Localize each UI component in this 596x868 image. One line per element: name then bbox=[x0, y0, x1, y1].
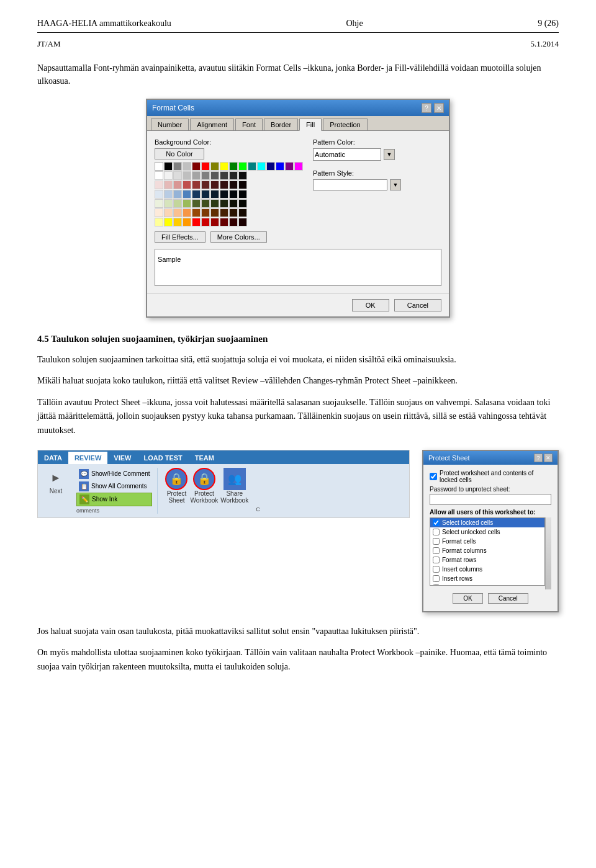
color-cell[interactable] bbox=[266, 162, 275, 171]
no-color-button[interactable]: No Color bbox=[155, 148, 204, 159]
ps-close-icon[interactable]: ✕ bbox=[544, 454, 553, 462]
color-cell[interactable] bbox=[173, 171, 182, 180]
ps-help-icon[interactable]: ? bbox=[534, 454, 543, 462]
list-item-format-cells[interactable]: Format cells bbox=[430, 537, 544, 546]
pattern-color-arrow[interactable]: ▼ bbox=[384, 149, 395, 160]
color-cell[interactable] bbox=[210, 171, 219, 180]
color-cell[interactable] bbox=[164, 218, 173, 226]
list-item-format-columns[interactable]: Format columns bbox=[430, 546, 544, 555]
next-label[interactable]: Next bbox=[50, 488, 63, 494]
color-cell[interactable] bbox=[183, 181, 191, 189]
color-cell[interactable] bbox=[238, 181, 247, 189]
ok-button[interactable]: OK bbox=[352, 299, 389, 311]
color-cell[interactable] bbox=[192, 208, 201, 217]
color-cell[interactable] bbox=[155, 218, 163, 226]
color-cell[interactable] bbox=[210, 190, 219, 199]
share-workbook-icon[interactable]: 👥 bbox=[224, 468, 246, 490]
color-cell[interactable] bbox=[201, 218, 210, 226]
color-cell[interactable] bbox=[183, 162, 191, 171]
ribbon-tab-team[interactable]: TEAM bbox=[189, 452, 220, 464]
show-hide-comment-btn[interactable]: 💬 Show/Hide Comment bbox=[76, 468, 152, 480]
color-cell[interactable] bbox=[155, 162, 163, 171]
ribbon-tab-view[interactable]: VIEW bbox=[107, 452, 137, 464]
pattern-color-input[interactable] bbox=[313, 148, 381, 161]
color-cell[interactable] bbox=[192, 181, 201, 189]
show-ink-btn[interactable]: ✏️ Show Ink bbox=[76, 493, 152, 506]
color-cell[interactable] bbox=[164, 190, 173, 199]
color-cell[interactable] bbox=[155, 181, 163, 189]
cancel-button[interactable]: Cancel bbox=[394, 299, 441, 311]
color-cell[interactable] bbox=[183, 190, 191, 199]
color-cell[interactable] bbox=[257, 162, 266, 171]
color-cell[interactable] bbox=[201, 171, 210, 180]
color-cell[interactable] bbox=[155, 190, 163, 199]
color-cell[interactable] bbox=[210, 199, 219, 208]
protect-workbook-icon[interactable]: 🔒 bbox=[193, 468, 215, 490]
color-cell[interactable] bbox=[201, 199, 210, 208]
color-cell[interactable] bbox=[229, 181, 238, 189]
color-cell[interactable] bbox=[183, 208, 191, 217]
color-cell[interactable] bbox=[238, 199, 247, 208]
protect-worksheet-checkbox[interactable] bbox=[430, 473, 437, 480]
help-icon[interactable]: ? bbox=[422, 103, 431, 113]
color-cell[interactable] bbox=[294, 162, 303, 171]
list-item-insert-rows[interactable]: Insert rows bbox=[430, 574, 544, 583]
protect-sheet-label[interactable]: ProtectSheet bbox=[167, 490, 187, 504]
color-cell[interactable] bbox=[229, 162, 238, 171]
color-cell[interactable] bbox=[155, 171, 163, 180]
tab-fill[interactable]: Fill bbox=[299, 119, 322, 131]
color-cell[interactable] bbox=[173, 162, 182, 171]
color-cell[interactable] bbox=[173, 208, 182, 217]
tab-number[interactable]: Number bbox=[151, 119, 189, 130]
color-cell[interactable] bbox=[220, 171, 228, 180]
color-cell[interactable] bbox=[192, 218, 201, 226]
color-cell[interactable] bbox=[229, 171, 238, 180]
tab-font[interactable]: Font bbox=[235, 119, 263, 130]
color-cell[interactable] bbox=[155, 199, 163, 208]
color-cell[interactable] bbox=[229, 190, 238, 199]
list-item-insert-hyperlinks[interactable]: Insert hyperlinks bbox=[430, 583, 544, 586]
ps-cancel-button[interactable]: Cancel bbox=[488, 593, 528, 604]
color-cell[interactable] bbox=[164, 199, 173, 208]
share-workbook-label[interactable]: ShareWorkbook bbox=[220, 490, 248, 504]
color-cell[interactable] bbox=[173, 181, 182, 189]
color-cell[interactable] bbox=[210, 181, 219, 189]
color-cell[interactable] bbox=[173, 199, 182, 208]
ps-scrollbar[interactable] bbox=[545, 517, 551, 589]
color-cell[interactable] bbox=[238, 218, 247, 226]
color-cell[interactable] bbox=[210, 162, 219, 171]
ribbon-tab-data[interactable]: DATA bbox=[38, 452, 68, 464]
list-item-format-rows[interactable]: Format rows bbox=[430, 555, 544, 565]
color-cell[interactable] bbox=[201, 162, 210, 171]
color-cell[interactable] bbox=[201, 190, 210, 199]
close-icon[interactable]: ✕ bbox=[434, 103, 444, 113]
color-cell[interactable] bbox=[238, 162, 247, 171]
ribbon-tab-load-test[interactable]: LOAD TEST bbox=[137, 452, 188, 464]
list-item-select-locked[interactable]: Select locked cells bbox=[430, 518, 544, 527]
color-cell[interactable] bbox=[248, 162, 256, 171]
tab-alignment[interactable]: Alignment bbox=[190, 119, 234, 130]
color-cell[interactable] bbox=[173, 190, 182, 199]
color-cell[interactable] bbox=[192, 190, 201, 199]
color-cell[interactable] bbox=[229, 208, 238, 217]
tab-protection[interactable]: Protection bbox=[323, 119, 368, 130]
color-cell[interactable] bbox=[229, 199, 238, 208]
ps-ok-button[interactable]: OK bbox=[453, 593, 482, 604]
color-cell[interactable] bbox=[210, 218, 219, 226]
color-cell[interactable] bbox=[210, 208, 219, 217]
ribbon-tab-review[interactable]: REVIEW bbox=[68, 452, 107, 464]
color-cell[interactable] bbox=[220, 208, 228, 217]
fill-effects-button[interactable]: Fill Effects... bbox=[155, 231, 205, 243]
color-cell[interactable] bbox=[164, 171, 173, 180]
color-cell[interactable] bbox=[220, 162, 228, 171]
color-cell[interactable] bbox=[220, 199, 228, 208]
color-cell[interactable] bbox=[183, 171, 191, 180]
protect-workbook-label[interactable]: ProtectWorkbook bbox=[190, 490, 218, 504]
color-cell[interactable] bbox=[164, 162, 173, 171]
color-cell[interactable] bbox=[220, 181, 228, 189]
pattern-style-arrow[interactable]: ▼ bbox=[390, 179, 401, 190]
color-cell[interactable] bbox=[173, 218, 182, 226]
color-cell[interactable] bbox=[201, 181, 210, 189]
color-cell[interactable] bbox=[183, 199, 191, 208]
tab-border[interactable]: Border bbox=[264, 119, 298, 130]
